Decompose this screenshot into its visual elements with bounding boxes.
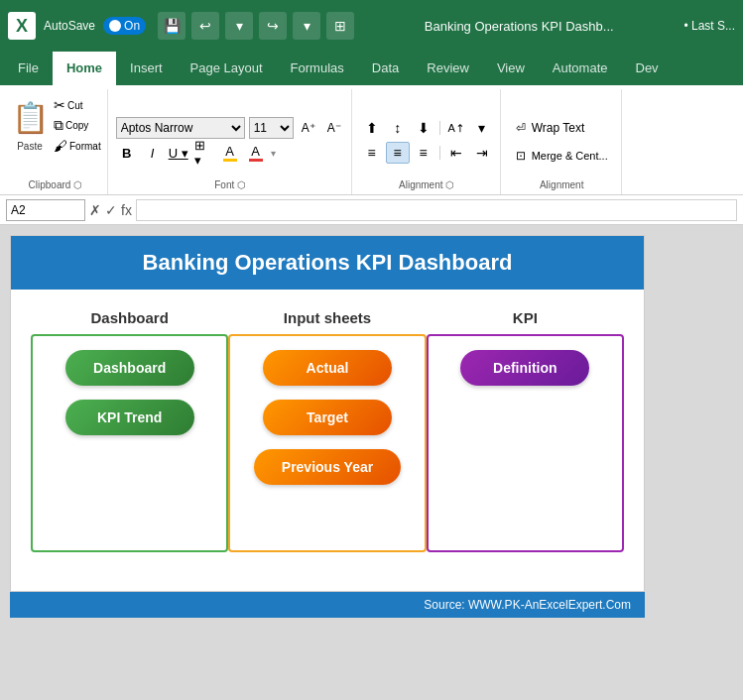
dashboard-wrapper: Banking Operations KPI Dashboard Dashboa… [10, 235, 645, 618]
merge-label: Merge & Cent... [532, 150, 608, 162]
grid-button[interactable]: ⊞ [326, 12, 354, 40]
clipboard-label: Clipboard ⬡ [29, 179, 83, 190]
tab-automate[interactable]: Automate [539, 52, 622, 85]
dashboard-section-box: Dashboard KPI Trend [31, 334, 228, 552]
center-align-button[interactable]: ≡ [386, 142, 410, 164]
source-bar: Source: WWW.PK-AnExcelExpert.Com [10, 592, 645, 618]
title-bar-actions: 💾 ↩ ▾ ↪ ▾ ⊞ [158, 12, 354, 40]
previous-year-button[interactable]: Previous Year [254, 449, 401, 485]
tab-formulas[interactable]: Formulas [277, 52, 358, 85]
cancel-formula-icon[interactable]: ✗ [89, 202, 101, 218]
autosave-toggle[interactable]: On [103, 17, 146, 35]
font-group: Aptos Narrow 11 A⁺ A⁻ B I U ▾ ⊞ ▾ A [110, 89, 352, 194]
tab-home[interactable]: Home [53, 52, 116, 85]
definition-button[interactable]: Definition [460, 350, 589, 386]
paste-label: Paste [17, 141, 43, 152]
tab-view[interactable]: View [483, 52, 539, 85]
paste-icon: 📋 [10, 93, 50, 141]
left-align-button[interactable]: ≡ [360, 142, 384, 164]
font-size-select[interactable]: 11 [249, 117, 294, 139]
font-label: Font ⬡ [214, 179, 246, 190]
kpi-trend-button[interactable]: KPI Trend [65, 400, 194, 435]
kpi-section-box: Definition [427, 334, 624, 552]
kpi-section-title: KPI [513, 309, 538, 326]
middle-align-button[interactable]: ↕ [386, 117, 410, 139]
font-shrink-button[interactable]: A⁻ [323, 117, 345, 139]
tab-review[interactable]: Review [413, 52, 483, 85]
dashboard-inner: Banking Operations KPI Dashboard Dashboa… [10, 235, 645, 592]
target-button[interactable]: Target [263, 400, 392, 435]
tab-file[interactable]: File [4, 52, 53, 85]
undo-dropdown[interactable]: ▾ [225, 12, 253, 40]
spreadsheet-area: Banking Operations KPI Dashboard Dashboa… [0, 225, 743, 700]
font-grow-button[interactable]: A⁺ [298, 117, 319, 139]
redo-dropdown[interactable]: ▾ [293, 12, 320, 40]
fill-color-button[interactable]: A [219, 142, 241, 164]
kpi-section: KPI Definition [427, 309, 624, 552]
italic-button[interactable]: I [142, 142, 164, 164]
alignment-group: ⬆ ↕ ⬇ A↗ ▾ ≡ ≡ ≡ ⇤ ⇥ Alignment ⬡ [354, 89, 501, 194]
right-align-button[interactable]: ≡ [412, 142, 435, 164]
wrap-merge-group: ⏎ Wrap Text ⊡ Merge & Cent... Alignment [503, 89, 622, 194]
tab-insert[interactable]: Insert [116, 52, 177, 85]
orientation-dropdown[interactable]: ▾ [470, 117, 494, 139]
formula-bar: A2 ✗ ✓ fx [0, 195, 743, 225]
underline-button[interactable]: U ▾ [168, 142, 189, 164]
wrap-group-label: Alignment [540, 179, 583, 190]
ribbon-tabs: File Home Insert Page Layout Formulas Da… [0, 52, 743, 85]
bottom-align-button[interactable]: ⬇ [412, 117, 435, 139]
tab-page-layout[interactable]: Page Layout [177, 52, 277, 85]
dashboard-body: Dashboard Dashboard KPI Trend Input shee… [11, 290, 644, 572]
confirm-formula-icon[interactable]: ✓ [105, 202, 117, 218]
formula-icons: ✗ ✓ fx [89, 202, 132, 218]
wrap-text-icon: ⏎ [516, 121, 526, 135]
formula-input[interactable] [136, 199, 737, 221]
dashboard-container: Banking Operations KPI Dashboard Dashboa… [0, 225, 743, 700]
merge-icon: ⊡ [516, 149, 526, 163]
toggle-dot [109, 20, 121, 32]
merge-center-button[interactable]: ⊡ Merge & Cent... [509, 144, 615, 168]
redo-button[interactable]: ↪ [259, 12, 287, 40]
document-title: Banking Operations KPI Dashb... [362, 19, 676, 34]
excel-logo: X [8, 12, 36, 40]
increase-indent-button[interactable]: ⇥ [470, 142, 494, 164]
borders-button[interactable]: ⊞ ▾ [193, 142, 215, 164]
paste-button[interactable]: 📋 Paste [10, 93, 50, 152]
bold-button[interactable]: B [116, 142, 138, 164]
font-color-button[interactable]: A [245, 142, 267, 164]
autosave-label: AutoSave [44, 19, 95, 33]
wrap-text-label: Wrap Text [532, 121, 585, 135]
tab-data[interactable]: Data [358, 52, 413, 85]
dashboard-section-title: Dashboard [90, 309, 168, 326]
save-button[interactable]: 💾 [158, 12, 186, 40]
dashboard-title: Banking Operations KPI Dashboard [11, 236, 644, 290]
wrap-text-button[interactable]: ⏎ Wrap Text [509, 116, 615, 140]
decrease-indent-button[interactable]: ⇤ [444, 142, 468, 164]
title-bar: X AutoSave On 💾 ↩ ▾ ↪ ▾ ⊞ Banking Operat… [0, 0, 743, 52]
dashboard-section: Dashboard Dashboard KPI Trend [31, 309, 228, 552]
tab-dev[interactable]: Dev [622, 52, 673, 85]
ribbon: File Home Insert Page Layout Formulas Da… [0, 52, 743, 195]
format-painter-button[interactable]: 🖌 Format [54, 138, 101, 154]
clipboard-secondary: ✂ Cut ⧉ Copy 🖌 Format [54, 93, 101, 154]
ribbon-content: 📋 Paste ✂ Cut ⧉ Copy 🖌 Format Clipboard … [0, 85, 743, 194]
undo-button[interactable]: ↩ [191, 12, 219, 40]
top-align-button[interactable]: ⬆ [360, 117, 384, 139]
dashboard-button[interactable]: Dashboard [65, 350, 194, 386]
cell-reference-box[interactable]: A2 [6, 199, 85, 221]
cut-button[interactable]: ✂ Cut [54, 97, 101, 113]
input-sheets-box: Actual Target Previous Year [228, 334, 426, 552]
orientation-button[interactable]: A↗ [444, 117, 468, 139]
copy-button[interactable]: ⧉ Copy [54, 117, 101, 134]
input-sheets-section: Input sheets Actual Target Previous Year [228, 309, 426, 552]
actual-button[interactable]: Actual [263, 350, 392, 386]
last-saved: • Last S... [683, 19, 735, 33]
alignment-label: Alignment ⬡ [399, 179, 454, 190]
fx-icon[interactable]: fx [121, 202, 132, 218]
input-sheets-title: Input sheets [284, 309, 371, 326]
font-family-select[interactable]: Aptos Narrow [116, 117, 245, 139]
clipboard-group: 📋 Paste ✂ Cut ⧉ Copy 🖌 Format Clipboard … [4, 89, 108, 194]
